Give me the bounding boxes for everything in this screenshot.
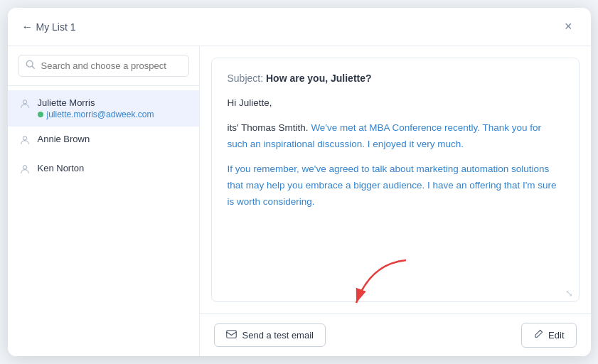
prospect-name-annie: Annie Brown <box>38 134 90 144</box>
prospect-info-annie: Annie Brown <box>38 134 90 144</box>
send-test-label: Send a test email <box>242 330 314 341</box>
svg-rect-6 <box>226 331 236 338</box>
prospect-name-juliette: Juliette Morris <box>38 97 154 108</box>
prospect-email-juliette: juliette.morris@adweek.com <box>38 109 154 119</box>
search-icon <box>26 60 36 72</box>
close-button[interactable]: × <box>560 18 577 36</box>
email-status-dot <box>38 112 43 117</box>
email-paragraph2: If you remember, we've agreed to talk ab… <box>228 161 563 210</box>
send-test-button[interactable]: Send a test email <box>214 323 326 347</box>
search-box <box>8 46 199 86</box>
edit-button[interactable]: Edit <box>521 323 576 348</box>
email-paragraph1: its' Thomas Smtith. We've met at MBA Con… <box>228 120 563 153</box>
svg-point-4 <box>23 166 26 169</box>
resize-handle-icon: ⤡ <box>565 288 573 299</box>
modal-body: Juliette Morris juliette.morris@adweek.c… <box>8 46 591 356</box>
email-subject-line: Subject: How are you, Juliette? <box>228 73 563 84</box>
modal-header: ← My List 1 × <box>8 8 591 46</box>
prospects-list: Juliette Morris juliette.morris@adweek.c… <box>8 86 199 356</box>
svg-point-3 <box>23 136 26 140</box>
prospect-info-juliette: Juliette Morris juliette.morris@adweek.c… <box>38 97 154 119</box>
svg-point-2 <box>23 100 26 104</box>
prospect-name-ken: Ken Norton <box>38 163 85 173</box>
right-panel-wrapper: Subject: How are you, Juliette? Hi Julie… <box>200 46 591 356</box>
person-icon-ken <box>19 164 31 178</box>
back-arrow-icon: ← <box>22 21 33 33</box>
subject-label: Subject: <box>228 73 264 84</box>
prospect-item-ken[interactable]: Ken Norton <box>8 156 199 185</box>
back-button[interactable]: ← My List 1 <box>22 21 76 33</box>
pencil-icon <box>533 329 543 341</box>
search-input-wrapper[interactable] <box>18 55 189 77</box>
edit-label: Edit <box>548 330 564 341</box>
envelope-icon <box>226 330 237 341</box>
search-input[interactable] <box>41 60 181 71</box>
prospect-item-annie[interactable]: Annie Brown <box>8 127 199 156</box>
modal-title: My List 1 <box>36 21 76 33</box>
modal-container: ← My List 1 × <box>8 8 591 356</box>
subject-value: How are you, Juliette? <box>266 73 372 84</box>
email-preview-card: Subject: How are you, Juliette? Hi Julie… <box>211 58 580 302</box>
prospect-info-ken: Ken Norton <box>38 163 85 173</box>
email-body: Hi Juliette, its' Thomas Smtith. We've m… <box>228 95 563 210</box>
svg-line-1 <box>32 66 34 68</box>
email-greeting: Hi Juliette, <box>228 95 563 112</box>
left-panel: Juliette Morris juliette.morris@adweek.c… <box>8 46 200 356</box>
email-footer: Send a test email Edit <box>200 314 591 356</box>
prospect-item-juliette[interactable]: Juliette Morris juliette.morris@adweek.c… <box>8 90 199 127</box>
person-icon-juliette <box>19 98 31 112</box>
person-icon-annie <box>19 134 31 149</box>
close-icon: × <box>565 19 572 33</box>
email-card-inner: Subject: How are you, Juliette? Hi Julie… <box>212 58 579 285</box>
